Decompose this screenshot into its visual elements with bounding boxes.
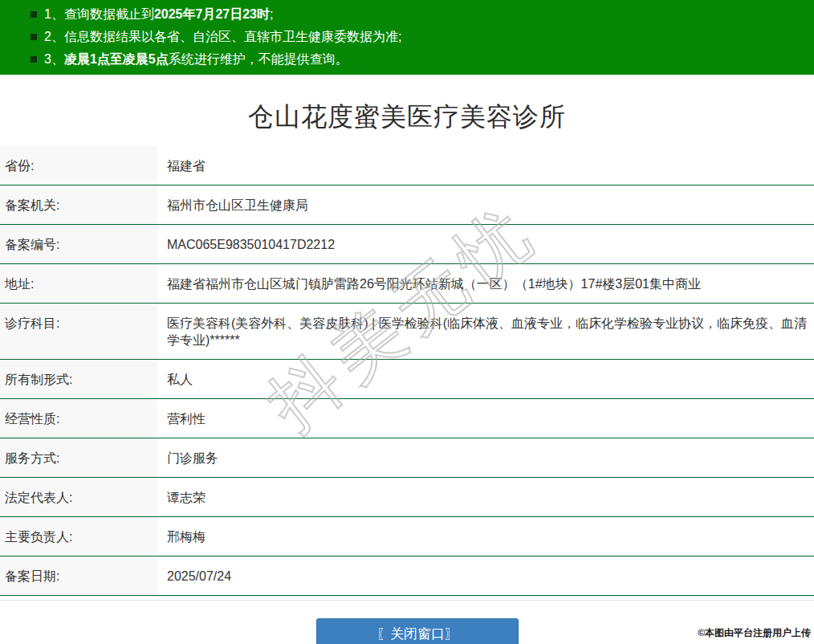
row-value: 医疗美容科(美容外科、美容皮肤科) | 医学检验科(临床体液、血液专业，临床化学… <box>157 304 814 359</box>
row-label: 主要负责人: <box>0 517 157 556</box>
row-value: 福州市仓山区卫生健康局 <box>157 185 814 224</box>
row-label: 地址: <box>0 264 157 303</box>
info-table: 省份: 福建省 备案机关: 福州市仓山区卫生健康局 备案编号: MAC065E9… <box>0 146 814 596</box>
row-label: 经营性质: <box>0 399 157 438</box>
row-label: 备案日期: <box>0 556 157 595</box>
notice-item: 2、信息数据结果以各省、自治区、直辖市卫生健康委数据为准; <box>31 26 806 48</box>
row-label: 所有制形式: <box>0 360 157 398</box>
row-value: MAC065E9835010417D2212 <box>157 225 814 263</box>
table-row: 地址: 福建省福州市仓山区城门镇胪雷路26号阳光环站新城（一区）（1#地块）17… <box>0 264 814 304</box>
notice-number: 1、 <box>44 7 64 21</box>
row-label: 备案机关: <box>0 185 157 224</box>
row-value: 福建省 <box>157 146 814 185</box>
copyright-note: ©本图由平台注册用户上传 <box>698 626 811 640</box>
table-row: 省份: 福建省 <box>0 146 814 185</box>
row-value: 福建省福州市仓山区城门镇胪雷路26号阳光环站新城（一区）（1#地块）17#楼3层… <box>157 264 814 303</box>
notice-banner: 1、查询数据截止到2025年7月27日23时; 2、信息数据结果以各省、自治区、… <box>0 0 814 75</box>
table-row: 主要负责人: 邢梅梅 <box>0 517 814 556</box>
table-row: 法定代表人: 谭志荣 <box>0 478 814 517</box>
table-row: 诊疗科目: 医疗美容科(美容外科、美容皮肤科) | 医学检验科(临床体液、血液专… <box>0 304 814 360</box>
table-row: 经营性质: 营利性 <box>0 399 814 438</box>
notice-text: 查询数据截止到 <box>64 7 154 21</box>
table-row: 备案机关: 福州市仓山区卫生健康局 <box>0 185 814 225</box>
notice-item: 1、查询数据截止到2025年7月27日23时; <box>31 3 806 26</box>
close-window-button[interactable]: 〖关闭窗口〗 <box>316 618 519 644</box>
page-title: 仓山花度蜜美医疗美容诊所 <box>0 99 814 134</box>
notice-text: 信息数据结果以各省、自治区、直辖市卫生健康委数据为准; <box>64 30 401 43</box>
row-value: 谭志荣 <box>157 478 814 516</box>
table-row: 备案编号: MAC065E9835010417D2212 <box>0 225 814 264</box>
row-label: 诊疗科目: <box>0 304 157 359</box>
row-label: 服务方式: <box>0 438 157 477</box>
square-bullet-icon <box>31 56 37 63</box>
row-label: 备案编号: <box>0 225 157 263</box>
row-value: 2025/07/24 <box>157 556 814 595</box>
notice-number: 3、 <box>44 52 64 66</box>
query-result-page: 1、查询数据截止到2025年7月27日23时; 2、信息数据结果以各省、自治区、… <box>0 0 814 644</box>
footer-divider <box>0 600 814 601</box>
row-value: 门诊服务 <box>157 438 814 477</box>
notice-item: 3、凌晨1点至凌晨5点系统进行维护，不能提供查询。 <box>31 48 806 71</box>
table-row: 服务方式: 门诊服务 <box>0 438 814 478</box>
row-value: 私人 <box>157 360 814 398</box>
notice-text: 系统进行维护，不能提供查询。 <box>169 52 348 66</box>
notice-text: ; <box>270 7 273 21</box>
notice-number: 2、 <box>44 30 64 43</box>
square-bullet-icon <box>31 11 37 18</box>
notice-text-bold: 2025年7月27日23时 <box>154 7 270 21</box>
square-bullet-icon <box>31 34 37 40</box>
row-label: 法定代表人: <box>0 478 157 516</box>
table-row: 所有制形式: 私人 <box>0 360 814 399</box>
table-row: 备案日期: 2025/07/24 <box>0 556 814 596</box>
row-label: 省份: <box>0 146 157 185</box>
notice-list: 1、查询数据截止到2025年7月27日23时; 2、信息数据结果以各省、自治区、… <box>31 3 806 71</box>
notice-text-bold: 凌晨1点至凌晨5点 <box>64 52 169 66</box>
row-value: 邢梅梅 <box>157 517 814 556</box>
row-value: 营利性 <box>157 399 814 438</box>
